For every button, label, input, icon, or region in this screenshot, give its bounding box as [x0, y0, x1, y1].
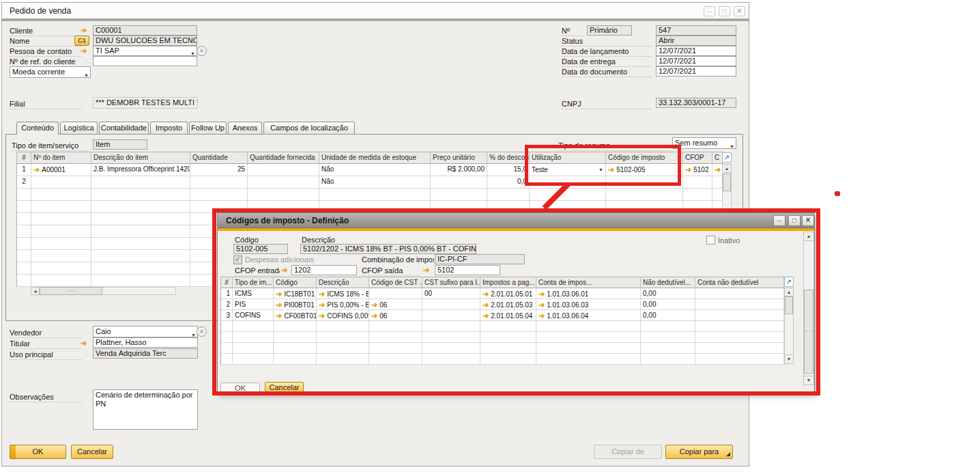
- scrollbar-thumb[interactable]: [723, 173, 731, 191]
- cell-cst-sufixo[interactable]: 00: [422, 288, 480, 299]
- cell-descricao[interactable]: [91, 176, 190, 189]
- link-arrow-icon[interactable]: [538, 290, 545, 298]
- scrollbar-thumb[interactable]: [40, 287, 102, 295]
- cell-nao-dedutivel[interactable]: 0,00: [641, 310, 695, 321]
- cell-cst[interactable]: 06: [369, 299, 422, 310]
- cell-tipo[interactable]: PIS: [233, 299, 274, 310]
- cell-impostos[interactable]: 2.01.01.05.04: [480, 310, 536, 321]
- cell-item[interactable]: [31, 176, 91, 189]
- scroll-up-icon[interactable]: [722, 164, 732, 173]
- cell-num[interactable]: 1: [221, 288, 233, 299]
- chevron-down-icon[interactable]: [191, 329, 196, 337]
- link-arrow-icon[interactable]: [538, 301, 545, 309]
- cell-fornecida[interactable]: [248, 164, 319, 176]
- minimize-icon[interactable]: [704, 6, 715, 16]
- link-arrow-icon[interactable]: [715, 166, 721, 173]
- ref-field[interactable]: [93, 56, 197, 66]
- cell-conta[interactable]: 1.01.03.06.04: [536, 310, 641, 321]
- scroll-up-icon[interactable]: [803, 232, 814, 241]
- cell-desconto[interactable]: 0,0: [487, 176, 530, 189]
- cell-conta-nd[interactable]: [695, 299, 784, 310]
- link-arrow-icon[interactable]: [319, 312, 325, 320]
- empty-row[interactable]: [221, 332, 784, 343]
- link-arrow-icon[interactable]: [538, 312, 545, 320]
- cell-um[interactable]: Não: [319, 176, 431, 189]
- cell-conta-nd[interactable]: [695, 310, 784, 321]
- cell-preco[interactable]: [431, 176, 487, 189]
- cell-cfop[interactable]: 5102: [683, 164, 712, 176]
- link-arrow-icon[interactable]: [608, 166, 614, 173]
- chevron-down-icon[interactable]: [190, 48, 195, 56]
- link-arrow-icon[interactable]: [276, 312, 282, 320]
- link-arrow-icon[interactable]: [81, 339, 87, 348]
- cell-conta[interactable]: 1.01.03.06.01: [536, 288, 641, 299]
- link-arrow-icon[interactable]: [685, 166, 691, 173]
- link-arrow-icon[interactable]: [319, 290, 325, 298]
- maximize-icon[interactable]: [788, 215, 801, 226]
- link-arrow-icon[interactable]: [482, 301, 489, 309]
- cell-tipo[interactable]: COFINS: [233, 310, 274, 321]
- ok-button[interactable]: OK: [10, 445, 66, 459]
- link-arrow-icon[interactable]: [482, 290, 489, 298]
- cell-cod-imposto[interactable]: 5102-005: [606, 164, 683, 176]
- cell-fornecida[interactable]: [248, 176, 319, 189]
- chevron-down-icon[interactable]: [599, 164, 603, 176]
- inativo-checkbox[interactable]: [706, 236, 715, 245]
- tab-follow-up[interactable]: Follow Up: [189, 122, 227, 134]
- tab-imposto[interactable]: Imposto: [150, 122, 188, 134]
- link-arrow-icon[interactable]: [371, 301, 377, 309]
- vendedor-combo[interactable]: Caio: [93, 326, 198, 337]
- choose-from-list-icon[interactable]: [197, 327, 207, 337]
- link-arrow-icon[interactable]: [319, 301, 325, 309]
- maximize-icon[interactable]: [719, 6, 730, 16]
- tab-anexos[interactable]: Anexos: [228, 122, 262, 134]
- expand-grid-icon[interactable]: [722, 152, 732, 163]
- scroll-left-icon[interactable]: [31, 287, 40, 295]
- scroll-down-icon[interactable]: [784, 355, 794, 364]
- c1-badge[interactable]: C1: [74, 36, 89, 46]
- observacoes-textarea[interactable]: Cenário de determinação por PN: [93, 389, 198, 430]
- cell-um[interactable]: Não: [319, 164, 431, 176]
- tab-logistica[interactable]: Logística: [60, 122, 98, 134]
- minimize-icon[interactable]: [773, 215, 786, 226]
- cancel-button[interactable]: Cancelar: [71, 445, 113, 459]
- cell-cod-imposto[interactable]: [606, 176, 683, 189]
- scroll-up-icon[interactable]: [784, 288, 794, 296]
- link-arrow-icon[interactable]: [423, 266, 429, 275]
- cell-cst[interactable]: [369, 288, 422, 299]
- cell-descricao[interactable]: J.B. Impressora Officeprint 1420 - J.B: [91, 164, 190, 176]
- chevron-down-icon[interactable]: [730, 141, 734, 149]
- cell-impostos[interactable]: 2.01.01.05.03: [480, 299, 536, 310]
- scrollbar-thumb[interactable]: [804, 290, 813, 374]
- moeda-combo[interactable]: Moeda corrente: [10, 66, 91, 78]
- empty-row[interactable]: [17, 201, 723, 213]
- cell-num[interactable]: 2: [221, 299, 233, 310]
- lancamento-field[interactable]: 12/07/2021: [656, 46, 736, 56]
- cell-num[interactable]: 1: [17, 164, 31, 176]
- contato-combo[interactable]: TI SAP: [93, 46, 197, 56]
- cell-quantidade[interactable]: [190, 176, 248, 189]
- cell-cst-sufixo[interactable]: [422, 299, 480, 310]
- cfop-entrada-field[interactable]: 1202: [291, 265, 357, 275]
- cell-item[interactable]: A00001: [31, 164, 91, 176]
- cell-tipo[interactable]: ICMS: [233, 288, 274, 299]
- cell-cst[interactable]: 06: [369, 310, 422, 321]
- cell-preco[interactable]: R$ 2.000,00: [431, 164, 487, 176]
- cell-impostos[interactable]: 2.01.01.05.01: [480, 288, 536, 299]
- tipo-resumo-combo[interactable]: Sem resumo: [672, 137, 736, 149]
- cell-codigo[interactable]: CF00BT01: [274, 310, 317, 321]
- link-arrow-icon[interactable]: [281, 266, 287, 275]
- dialog-ok-button[interactable]: OK: [220, 383, 260, 393]
- close-icon[interactable]: [734, 6, 745, 16]
- cell-descricao[interactable]: ICMS 18% - Ba: [317, 288, 369, 299]
- cell-descricao[interactable]: PIS 0,00% - Ba: [317, 299, 369, 310]
- expand-grid-icon[interactable]: [784, 277, 794, 287]
- close-icon[interactable]: [802, 215, 814, 226]
- cfop-saida-field[interactable]: 5102: [435, 265, 500, 275]
- link-arrow-icon[interactable]: [81, 26, 87, 35]
- link-arrow-icon[interactable]: [81, 46, 87, 55]
- link-arrow-icon[interactable]: [276, 301, 282, 309]
- cell-utilizacao[interactable]: [530, 176, 606, 189]
- tab-campos-localizacao[interactable]: Campos de localização: [263, 122, 355, 134]
- cell-utilizacao-combo[interactable]: Teste: [530, 164, 606, 176]
